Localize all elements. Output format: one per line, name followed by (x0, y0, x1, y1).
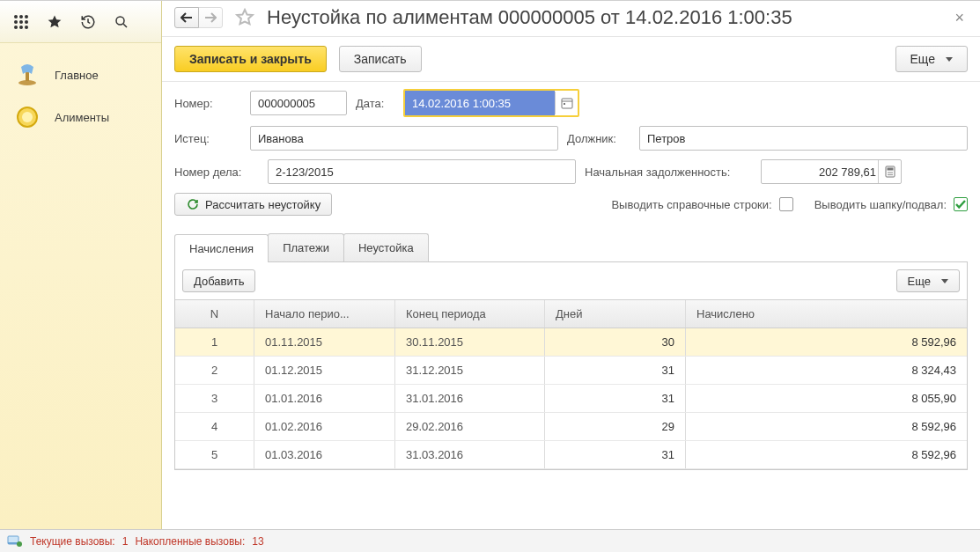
cell-n: 5 (175, 441, 254, 468)
svg-rect-17 (887, 168, 893, 171)
tab-accruals[interactable]: Начисления (174, 234, 269, 262)
cell-start: 01.12.2015 (254, 357, 395, 384)
cell-n: 1 (175, 328, 254, 356)
cell-end: 31.03.2016 (395, 441, 545, 468)
col-end[interactable]: Конец периода (395, 300, 545, 328)
tab-penalty[interactable]: Неустойка (343, 233, 429, 261)
svg-point-8 (25, 26, 28, 29)
calculate-button[interactable]: Рассчитать неустойку (174, 193, 332, 216)
opt-ref-checkbox[interactable] (779, 197, 793, 211)
opt-ref-label: Выводить справочные строки: (611, 198, 771, 211)
case-field[interactable]: 2-123/2015 (268, 159, 576, 184)
status-icon (7, 534, 23, 548)
table-row[interactable]: 401.02.201629.02.2016298 592,96 (175, 413, 967, 441)
date-label: Дата: (356, 97, 394, 110)
col-days[interactable]: Дней (545, 300, 686, 328)
svg-point-23 (891, 174, 893, 176)
status-accum-value: 13 (252, 535, 263, 548)
number-label: Номер: (174, 97, 241, 110)
calendar-icon[interactable] (555, 92, 578, 114)
cell-n: 2 (175, 357, 254, 384)
svg-point-0 (14, 15, 18, 18)
svg-point-13 (22, 112, 33, 122)
search-icon[interactable] (113, 13, 130, 31)
lamp-icon (12, 63, 42, 87)
cell-n: 4 (175, 413, 254, 440)
svg-point-5 (25, 20, 28, 24)
cell-end: 30.11.2015 (395, 328, 545, 356)
plaintiff-field[interactable]: Иванова (250, 126, 558, 151)
sidebar-item-label: Главное (55, 69, 99, 82)
svg-point-4 (19, 20, 23, 24)
nav-forward-button[interactable] (198, 7, 223, 28)
save-button[interactable]: Записать (339, 46, 422, 72)
svg-point-1 (19, 15, 23, 18)
debtor-field[interactable]: Петров (639, 126, 968, 151)
svg-point-26 (17, 541, 22, 547)
svg-point-22 (889, 174, 891, 176)
svg-point-20 (891, 172, 893, 173)
tab-payments[interactable]: Платежи (268, 233, 344, 261)
sidebar-toolbar (0, 1, 161, 43)
svg-point-2 (25, 15, 28, 18)
cell-end: 31.01.2016 (395, 385, 545, 412)
star-icon[interactable] (46, 13, 63, 31)
svg-rect-14 (562, 99, 572, 108)
cell-end: 29.02.2016 (395, 413, 545, 440)
table-row[interactable]: 301.01.201631.01.2016318 055,90 (175, 385, 967, 413)
col-start[interactable]: Начало перио... (254, 300, 395, 328)
favorite-icon[interactable] (233, 6, 256, 29)
apps-icon[interactable] (12, 13, 30, 31)
case-label: Номер дела: (174, 166, 259, 179)
cell-days: 31 (545, 441, 686, 468)
cell-start: 01.03.2016 (254, 441, 395, 468)
svg-point-18 (888, 172, 889, 173)
cell-amount: 8 324,43 (686, 357, 967, 384)
cell-days: 31 (545, 357, 686, 384)
svg-point-19 (889, 172, 891, 173)
titlebar: Неустойка по алиментам 000000005 от 14.0… (162, 1, 980, 37)
cell-days: 31 (545, 385, 686, 412)
add-button[interactable]: Добавить (182, 269, 255, 292)
svg-rect-15 (564, 103, 565, 105)
date-field[interactable]: 14.02.2016 1:00:35 (403, 89, 579, 117)
number-field[interactable]: 000000005 (250, 91, 347, 115)
table-row[interactable]: 101.11.201530.11.2015308 592,96 (175, 328, 967, 357)
opt-head-checkbox[interactable] (954, 197, 968, 211)
table-row[interactable]: 501.03.201631.03.2016318 592,96 (175, 441, 967, 469)
plaintiff-label: Истец: (174, 132, 241, 145)
calculator-icon[interactable] (878, 160, 901, 183)
opt-head-label: Выводить шапку/подвал: (814, 198, 947, 211)
status-current-value: 1 (122, 535, 129, 548)
sidebar: Главное Алименты (0, 1, 162, 529)
grid-more-button[interactable]: Еще (896, 269, 960, 292)
table-row[interactable]: 201.12.201531.12.2015318 324,43 (175, 357, 967, 385)
history-icon[interactable] (79, 13, 97, 31)
cell-amount: 8 592,96 (686, 328, 967, 356)
col-amount[interactable]: Начислено (686, 300, 967, 328)
more-button[interactable]: Еще (895, 46, 969, 72)
coin-icon (12, 105, 42, 129)
sidebar-item-aliments[interactable]: Алименты (7, 96, 154, 138)
sidebar-item-label: Алименты (55, 111, 109, 124)
debtor-label: Должник: (567, 132, 630, 145)
svg-rect-11 (26, 72, 29, 81)
save-close-button[interactable]: Записать и закрыть (174, 46, 327, 72)
nav-back-button[interactable] (174, 7, 199, 28)
cell-start: 01.01.2016 (254, 385, 395, 412)
debt-field[interactable]: 202 789,61 (761, 159, 902, 184)
debt-label: Начальная задолженность: (585, 166, 752, 179)
toolbar: Записать и закрыть Записать Еще (162, 37, 980, 82)
cell-n: 3 (175, 385, 254, 412)
svg-point-21 (888, 174, 889, 176)
page-title: Неустойка по алиментам 000000005 от 14.0… (267, 6, 792, 29)
cell-days: 30 (545, 328, 686, 356)
col-n[interactable]: N (175, 300, 254, 328)
status-current-label: Текущие вызовы: (30, 535, 115, 548)
tabs: Начисления Платежи Неустойка (174, 233, 968, 262)
svg-point-6 (14, 26, 18, 29)
close-icon[interactable]: × (951, 9, 968, 27)
grid: N Начало перио... Конец периода Дней Нач… (175, 299, 967, 469)
status-accum-label: Накопленные вызовы: (135, 535, 245, 548)
sidebar-item-main[interactable]: Главное (7, 54, 154, 96)
